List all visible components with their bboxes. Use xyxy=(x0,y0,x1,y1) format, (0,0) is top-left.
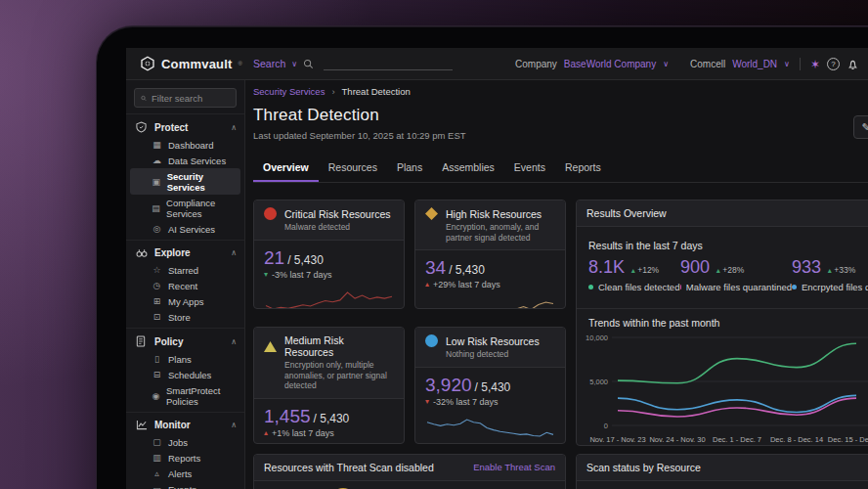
svg-text:Dec. 1 - Dec. 7: Dec. 1 - Dec. 7 xyxy=(713,435,761,444)
sidebar-item-events[interactable]: ▭ Events xyxy=(126,481,244,489)
results-overview-panel: Results Overview Results in the last 7 d… xyxy=(576,200,868,446)
chevron-up-icon: ∧ xyxy=(231,421,237,429)
topbar-right: Company BaseWorld Company ∨ Comcell Worl… xyxy=(515,48,859,80)
item-label: Store xyxy=(168,312,191,323)
high-risk-body: 34/ 5,430 ▴ +29% last 7 days xyxy=(415,250,565,309)
page-subtitle: Last updated September 10, 2025 at 10:29… xyxy=(253,130,466,141)
svg-text:10,000: 10,000 xyxy=(586,333,608,342)
search-input[interactable] xyxy=(324,57,453,70)
medium-delta: ▴ +1% last 7 days xyxy=(264,428,394,438)
breadcrumb-parent[interactable]: Security Services xyxy=(253,86,325,97)
tab-reports[interactable]: Reports xyxy=(555,156,611,182)
sidebar-item-jobs[interactable]: ▢ Jobs xyxy=(126,434,244,450)
search-scope-label[interactable]: Search xyxy=(253,58,285,69)
notifications-bell-icon[interactable] xyxy=(846,58,859,70)
results-section-title: Results in the last 7 days xyxy=(588,240,703,251)
section-label: Monitor xyxy=(154,420,224,430)
sidebar-item-alerts[interactable]: ▵ Alerts xyxy=(126,466,244,481)
sidebar-item-dashboard[interactable]: ▦ Dashboard xyxy=(126,137,244,153)
sidebar-item-plans[interactable]: ▯ Plans xyxy=(126,351,244,367)
sidebar-section-header-policy[interactable]: Policy ∧ xyxy=(126,332,244,351)
item-label: Compliance Services xyxy=(166,198,239,219)
sidebar-item-security-services[interactable]: ▣ Security Services xyxy=(130,168,240,195)
enable-threat-scan-link[interactable]: Enable Threat Scan xyxy=(473,462,555,472)
sidebar-item-compliance-services[interactable]: ▤ Compliance Services xyxy=(126,195,244,221)
edit-button[interactable]: ✎ xyxy=(853,115,868,139)
low-risk-body: 3,920/ 5,430 ▾ -32% last 7 days xyxy=(415,368,565,439)
svg-text:5,000: 5,000 xyxy=(589,378,608,386)
sidebar-item-data-services[interactable]: ☁ Data Services xyxy=(126,153,244,168)
ai-sparkle-icon[interactable]: ✶ xyxy=(810,59,820,70)
tab-resources[interactable]: Resources xyxy=(319,156,387,182)
critical-total: / 5,430 xyxy=(287,253,324,267)
tab-events[interactable]: Events xyxy=(504,156,555,182)
high-delta: ▴ +29% last 7 days xyxy=(425,280,555,289)
sidebar-item-recent[interactable]: ◷ Recent xyxy=(126,278,244,293)
low-risk-header: Low Risk Resources Nothing detected xyxy=(415,328,565,368)
item-label: Security Services xyxy=(167,171,235,193)
sidebar-item-reports[interactable]: ▥ Reports xyxy=(126,450,244,466)
sidebar-item-my-apps[interactable]: ⊞ My Apps xyxy=(126,293,244,309)
company-select[interactable]: BaseWorld Company xyxy=(564,59,656,69)
scan-status-panel: Scan status by Resource xyxy=(576,454,868,489)
filter-search-input[interactable] xyxy=(152,93,230,104)
trend-down-icon: ▾ xyxy=(264,271,268,279)
compliance-icon: ▤ xyxy=(152,203,160,213)
chevron-down-icon[interactable]: ∨ xyxy=(291,60,297,68)
item-label: Starred xyxy=(168,265,198,276)
sidebar-section-monitor: Monitor ∧ ▢ Jobs ▥ Reports ▵ Alerts ▭ Ev… xyxy=(126,412,244,489)
critical-sparkline xyxy=(264,287,394,309)
stat-value: 933 xyxy=(792,257,821,277)
trend-up-icon: ▴ xyxy=(716,266,720,275)
legend-dot xyxy=(588,285,593,289)
critical-risk-icon xyxy=(264,207,277,220)
trend-down-icon: ▾ xyxy=(425,398,429,406)
panel-title: Resources with Threat Scan disabled xyxy=(264,462,434,473)
global-search: Search ∨ xyxy=(253,57,453,70)
tab-overview[interactable]: Overview xyxy=(253,156,319,182)
trend-up-icon: ▴ xyxy=(425,281,429,289)
card-title: Low Risk Resources xyxy=(446,335,540,347)
cloud-icon: ☁ xyxy=(152,156,162,165)
low-count: 3,920 xyxy=(425,375,472,395)
briefcase-icon: ▢ xyxy=(152,437,162,447)
target-icon: ◉ xyxy=(152,391,160,401)
binoculars-icon xyxy=(136,247,148,258)
card-subtitle: Encryption only, multiple anomalies, or … xyxy=(284,360,394,391)
chevron-down-icon[interactable]: ∨ xyxy=(784,60,790,68)
panel-divider xyxy=(577,308,868,309)
help-icon[interactable]: ? xyxy=(827,58,840,70)
logo-trademark: ® xyxy=(239,61,242,67)
sidebar-item-schedules[interactable]: ⊟ Schedules xyxy=(126,367,244,382)
high-risk-header: High Risk Resources Encryption, anomaly,… xyxy=(415,200,565,250)
item-label: SmartProtect Policies xyxy=(166,385,239,407)
event-icon: ▭ xyxy=(152,484,162,489)
sidebar-section-header-explore[interactable]: Explore ∧ xyxy=(126,244,244,262)
delta-text: +1% last 7 days xyxy=(272,428,334,438)
legend-dot xyxy=(680,285,681,289)
tab-assemblies[interactable]: Assemblies xyxy=(432,156,504,182)
sidebar-item-store[interactable]: ⊡ Store xyxy=(126,309,244,325)
app-screen: Commvault ® Search ∨ Company BaseWorld C… xyxy=(126,48,868,489)
critical-count: 21 xyxy=(264,247,284,268)
tab-plans[interactable]: Plans xyxy=(387,156,432,182)
calendar-icon: ⊟ xyxy=(152,370,162,379)
chevron-down-icon[interactable]: ∨ xyxy=(663,60,669,68)
sidebar-section-header-monitor[interactable]: Monitor ∧ xyxy=(126,416,244,434)
item-label: Dashboard xyxy=(168,140,213,151)
svg-text:Nov. 17 - Nov. 23: Nov. 17 - Nov. 23 xyxy=(589,435,645,444)
sidebar-item-smartprotect-policies[interactable]: ◉ SmartProtect Policies xyxy=(126,382,244,409)
comcell-select[interactable]: World_DN xyxy=(732,59,777,69)
high-sparkline xyxy=(425,296,555,309)
item-label: Plans xyxy=(168,354,192,365)
monitor-chart-icon xyxy=(136,420,148,430)
trends-line-chart: 05,00010,000Nov. 17 - Nov. 23Nov. 24 - N… xyxy=(583,330,868,446)
low-delta: ▾ -32% last 7 days xyxy=(425,397,555,407)
stat-value: 8.1K xyxy=(588,257,625,277)
sidebar-item-ai-services[interactable]: ◎ AI Services xyxy=(126,221,244,237)
sidebar-item-starred[interactable]: ☆ Starred xyxy=(126,262,244,278)
sidebar-section-header-protect[interactable]: Protect ∧ xyxy=(126,117,244,137)
delta-text: -3% last 7 days xyxy=(272,270,332,280)
section-label: Policy xyxy=(154,336,224,347)
sidebar-filter[interactable] xyxy=(134,88,237,108)
